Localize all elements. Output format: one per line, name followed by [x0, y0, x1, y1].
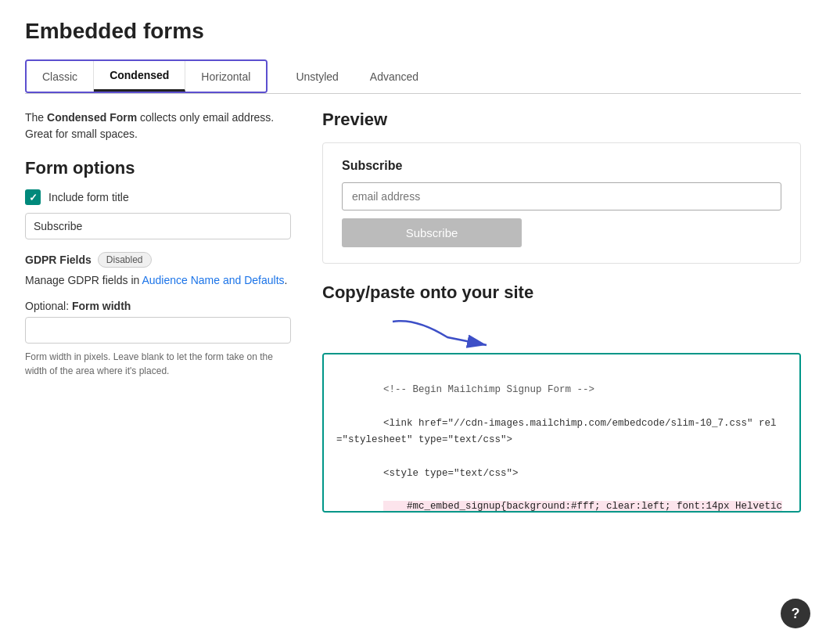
gdpr-desc-prefix: Manage GDPR fields in	[25, 274, 142, 286]
include-form-title-label: Include form title	[48, 191, 129, 203]
gdpr-link[interactable]: Audience Name and Defaults	[142, 274, 284, 286]
code-line-2: <link href="//cdn-images.mailchimp.com/e…	[336, 418, 777, 445]
gdpr-badge: Disabled	[98, 252, 152, 268]
tabs-bar: Classic Condensed Horizontal Unstyled Ad…	[25, 59, 801, 94]
arrow-area	[322, 314, 801, 353]
gdpr-label: GDPR Fields	[25, 254, 92, 266]
tab-horizontal[interactable]: Horizontal	[185, 61, 266, 92]
gdpr-desc-suffix: .	[285, 274, 288, 286]
copy-paste-title: Copy/paste onto your site	[322, 282, 801, 303]
page-title: Embedded forms	[25, 19, 801, 44]
gdpr-row: GDPR Fields Disabled	[25, 252, 291, 268]
form-width-label: Optional: Form width	[25, 300, 291, 312]
tab-group-bordered: Classic Condensed Horizontal	[25, 59, 268, 93]
include-form-title-checkbox[interactable]	[25, 189, 41, 205]
content-area: The Condensed Form collects only email a…	[25, 110, 801, 513]
code-line-4: #mc_embed_signup{background:#fff; clear:…	[336, 501, 782, 511]
code-line-3: <style type="text/css">	[383, 468, 519, 479]
preview-subscribe-button[interactable]: Subscribe	[342, 218, 522, 247]
form-width-bold: Form width	[72, 300, 131, 312]
preview-box: Subscribe Subscribe	[322, 142, 801, 264]
description-text: The Condensed Form collects only email a…	[25, 110, 291, 142]
description-bold: Condensed Form	[47, 111, 137, 124]
tab-unstyled[interactable]: Unstyled	[280, 63, 354, 91]
code-block-wrapper: <!-- Begin Mailchimp Signup Form --> <li…	[322, 353, 801, 513]
form-width-hint: Form width in pixels. Leave blank to let…	[25, 350, 291, 378]
gdpr-description: Manage GDPR fields in Audience Name and …	[25, 272, 291, 289]
arrow-icon	[385, 314, 526, 353]
right-panel: Preview Subscribe Subscribe Copy/paste o…	[322, 110, 801, 513]
tab-classic[interactable]: Classic	[27, 61, 94, 92]
tab-condensed[interactable]: Condensed	[94, 61, 185, 92]
form-options-title: Form options	[25, 158, 291, 178]
preview-email-input[interactable]	[342, 182, 781, 210]
form-width-input[interactable]	[25, 317, 291, 344]
left-panel: The Condensed Form collects only email a…	[25, 110, 291, 513]
preview-subscribe-title: Subscribe	[342, 159, 781, 173]
form-title-input[interactable]	[25, 213, 291, 239]
optional-prefix: Optional:	[25, 300, 72, 312]
code-block[interactable]: <!-- Begin Mailchimp Signup Form --> <li…	[324, 354, 799, 511]
include-form-title-row: Include form title	[25, 189, 291, 205]
preview-title: Preview	[322, 110, 801, 130]
tab-advanced[interactable]: Advanced	[354, 63, 434, 91]
code-line-1: <!-- Begin Mailchimp Signup Form -->	[383, 384, 594, 395]
